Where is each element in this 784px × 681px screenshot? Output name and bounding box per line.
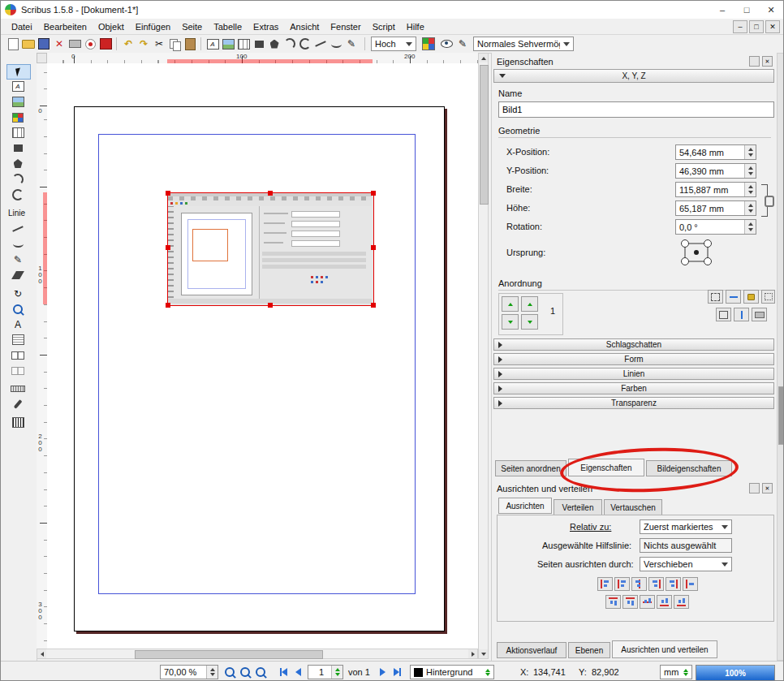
polygon-tool[interactable]: [6, 157, 29, 170]
section-schlagschatten[interactable]: Schlagschatten: [493, 338, 774, 351]
scroll-left-button[interactable]: [37, 649, 46, 658]
name-input[interactable]: [498, 101, 774, 118]
flip-vertical-button[interactable]: [734, 308, 749, 321]
group-button[interactable]: [708, 290, 723, 304]
export-pdf-button[interactable]: [98, 37, 113, 51]
selection-handle[interactable]: [371, 303, 376, 308]
chain-link-icon[interactable]: [765, 196, 774, 207]
dock-close-button[interactable]: ✕: [762, 483, 773, 494]
redo-button[interactable]: ↷: [136, 37, 151, 51]
align-right-out-button[interactable]: [666, 577, 681, 591]
spin-buttons[interactable]: [744, 220, 756, 234]
zoom-100-button[interactable]: [239, 666, 252, 679]
tab-seiten-anordnen[interactable]: Seiten anordnen: [495, 460, 566, 476]
dock-close-button[interactable]: ✕: [762, 56, 773, 67]
align-bottom-button[interactable]: [657, 595, 672, 609]
save-button[interactable]: [37, 37, 51, 51]
menu-extras[interactable]: Extras: [248, 20, 284, 33]
spin-buttons[interactable]: [206, 666, 218, 679]
tab-ebenen[interactable]: Ebenen: [568, 642, 610, 658]
barcode-tool[interactable]: [6, 416, 29, 429]
mdi-restore-button[interactable]: □: [749, 20, 764, 33]
align-center-h-button[interactable]: [631, 577, 647, 591]
insert-line-button[interactable]: [313, 37, 328, 51]
scroll-thumb[interactable]: [135, 650, 323, 659]
selection-handle[interactable]: [166, 245, 170, 250]
line-tool[interactable]: [6, 222, 29, 235]
vertical-ruler[interactable]: 0 100 200 300: [37, 63, 48, 649]
document-page[interactable]: [74, 106, 445, 631]
align-bottom-out-button[interactable]: [674, 595, 689, 609]
menu-ansicht[interactable]: Ansicht: [284, 20, 325, 33]
align-right-button[interactable]: [648, 577, 664, 591]
arc-tool[interactable]: [6, 172, 29, 186]
selection-handle[interactable]: [268, 191, 273, 196]
last-page-button[interactable]: [390, 666, 403, 679]
horizontal-ruler[interactable]: 0 100 200: [47, 53, 478, 64]
close-document-button[interactable]: ✕: [52, 37, 67, 51]
align-center-v-button[interactable]: [640, 595, 655, 609]
cut-button[interactable]: ✂: [152, 37, 166, 51]
section-linien[interactable]: Linien: [493, 368, 774, 380]
color-picker-button[interactable]: [421, 37, 436, 51]
section-form[interactable]: Form: [493, 353, 774, 365]
lock-button[interactable]: [743, 290, 759, 304]
align-left-button[interactable]: [614, 577, 630, 591]
align-left-out-button[interactable]: [597, 577, 613, 591]
zoom-out-button[interactable]: [223, 666, 236, 679]
selection-handle[interactable]: [268, 303, 273, 308]
unlink-frames-tool[interactable]: [6, 364, 29, 377]
measure-tool[interactable]: [6, 381, 29, 395]
image-frame[interactable]: [167, 192, 374, 306]
selection-handle[interactable]: [371, 191, 376, 196]
ungroup-button[interactable]: [716, 308, 731, 321]
spin-buttons[interactable]: [744, 183, 756, 196]
canvas[interactable]: [47, 63, 478, 649]
selection-handle[interactable]: [371, 245, 376, 250]
zoom-tool[interactable]: [6, 302, 29, 316]
flip-horizontal-button[interactable]: [726, 290, 741, 304]
scroll-thumb[interactable]: [480, 65, 489, 205]
menu-bearbeiten[interactable]: Bearbeiten: [38, 20, 93, 33]
dock-float-button[interactable]: [749, 483, 760, 494]
canvas-vertical-scrollbar[interactable]: [478, 53, 489, 659]
link-frames-tool[interactable]: [6, 348, 29, 362]
eyedropper-tool[interactable]: [6, 397, 29, 411]
insert-bezier-button[interactable]: [329, 37, 343, 51]
align-top-out-button[interactable]: [605, 595, 621, 609]
scroll-up-button[interactable]: [479, 54, 488, 62]
canvas-horizontal-scrollbar[interactable]: [37, 649, 478, 659]
undo-button[interactable]: ↶: [121, 37, 136, 51]
preview-mode-button[interactable]: [439, 37, 454, 51]
y-position-spinbox[interactable]: 46,390 mm: [675, 163, 756, 179]
page-spinbox[interactable]: 1: [308, 665, 343, 679]
rotate-tool[interactable]: ↻: [6, 287, 29, 300]
table-tool[interactable]: [6, 126, 29, 140]
scroll-right-button[interactable]: [468, 649, 477, 658]
tab-ausrichten-und-verteilen[interactable]: Ausrichten und verteilen: [612, 640, 717, 658]
align-top-button[interactable]: [622, 595, 638, 609]
insert-table-button[interactable]: [236, 37, 251, 51]
orientation-select[interactable]: Hoch: [371, 37, 416, 51]
insert-shape-button[interactable]: [252, 37, 266, 51]
mdi-minimize-button[interactable]: –: [733, 20, 747, 33]
preflight-button[interactable]: [83, 37, 97, 51]
story-editor-tool[interactable]: [6, 333, 29, 347]
insert-freehand-button[interactable]: ✎: [344, 37, 359, 51]
spin-buttons[interactable]: [331, 666, 342, 679]
insert-polygon-button[interactable]: [267, 37, 282, 51]
menu-tabelle[interactable]: Tabelle: [208, 20, 248, 33]
ruler-corner[interactable]: [37, 53, 47, 63]
section-transparenz[interactable]: Transparenz: [493, 397, 774, 409]
panel-scrollbar[interactable]: [777, 53, 784, 661]
insert-spiral-button[interactable]: [298, 37, 312, 51]
edit-contents-tool[interactable]: A: [6, 317, 29, 331]
spin-buttons[interactable]: [744, 164, 756, 178]
mdi-close-button[interactable]: ✕: [765, 20, 780, 33]
tab-aktionsverlauf[interactable]: Aktionsverlauf: [497, 642, 566, 658]
image-frame-tool[interactable]: [6, 95, 29, 109]
select-tool[interactable]: [6, 64, 31, 80]
bezier-tool[interactable]: [6, 237, 29, 251]
spin-buttons[interactable]: [744, 201, 756, 215]
menu-datei[interactable]: Datei: [6, 20, 38, 33]
